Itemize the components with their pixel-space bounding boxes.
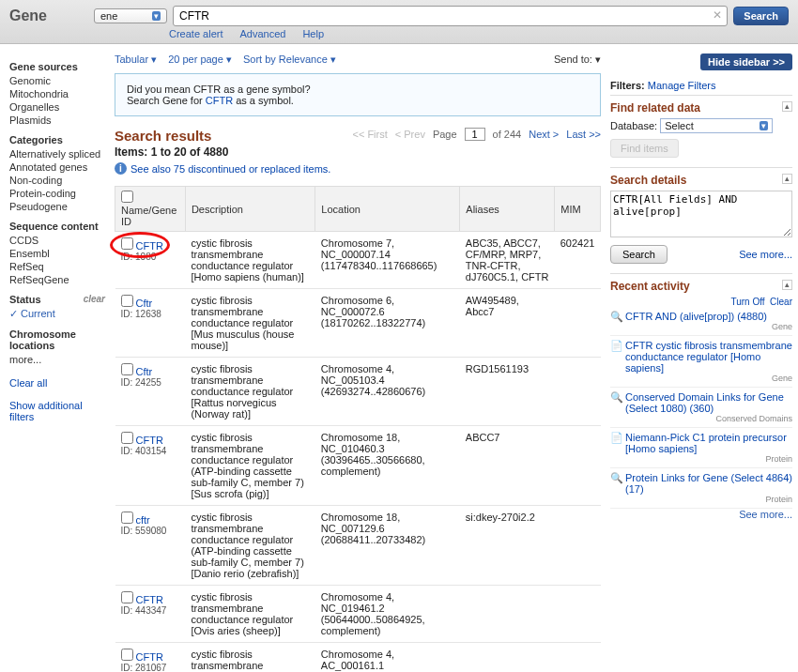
page-input[interactable] <box>465 128 485 141</box>
gene-link[interactable]: Cftr <box>136 366 153 377</box>
row-checkbox[interactable] <box>121 363 133 375</box>
facet-item-current[interactable]: ✓ Current <box>9 307 105 321</box>
clear-icon[interactable]: ✕ <box>713 8 722 22</box>
select-all-checkbox[interactable] <box>121 191 133 203</box>
recent-link[interactable]: CFTR AND (alive[prop]) (4880) <box>625 311 767 322</box>
facet-sidebar: Gene sources GenomicMitochondriaOrganell… <box>0 44 111 672</box>
facet-item[interactable]: Genomic <box>9 74 105 87</box>
facet-item[interactable]: Alternatively spliced <box>9 147 105 160</box>
cell-desc: cystic fibrosis transmembrane conductanc… <box>185 289 315 358</box>
pager: << First < Prev Page of 244 Next > Last … <box>352 128 601 141</box>
advanced-link[interactable]: Advanced <box>239 28 285 39</box>
clear-link[interactable]: Clear <box>770 297 792 307</box>
facet-item[interactable]: Ensembl <box>9 247 105 260</box>
pager-last[interactable]: Last >> <box>566 129 601 140</box>
related-db-select[interactable]: Select▾ <box>660 118 773 133</box>
row-checkbox[interactable] <box>121 649 133 661</box>
table-row: cftrID: 559080cystic fibrosis transmembr… <box>115 506 601 586</box>
row-checkbox[interactable] <box>121 432 133 444</box>
gene-link[interactable]: Cftr <box>136 298 153 309</box>
table-row: CftrID: 24255cystic fibrosis transmembra… <box>115 358 601 426</box>
row-checkbox[interactable] <box>121 512 133 524</box>
gene-link[interactable]: cftr <box>136 514 150 526</box>
recent-item[interactable]: 📄Niemann-Pick C1 protein precursor [Homo… <box>610 428 792 468</box>
recent-source: Protein <box>625 454 792 464</box>
cell-alias: si:dkey-270i2.2 <box>460 506 555 586</box>
search-details-textarea[interactable]: CFTR[All Fields] AND alive[prop] <box>610 191 792 237</box>
sort-by[interactable]: Sort by Relevance ▾ <box>243 53 336 66</box>
recent-heading: Recent activity <box>610 280 792 293</box>
facet-item[interactable]: RefSeqGene <box>9 273 105 286</box>
facet-more[interactable]: more... <box>9 353 105 366</box>
facet-item[interactable]: Annotated genes <box>9 160 105 174</box>
recent-link[interactable]: Niemann-Pick C1 protein precursor [Homo … <box>625 432 787 454</box>
recent-link[interactable]: Conserved Domain Links for Gene (Select … <box>625 391 784 414</box>
recent-item[interactable]: 🔍Protein Links for Gene (Select 4864) (1… <box>610 468 792 509</box>
row-checkbox[interactable] <box>121 237 133 250</box>
cell-loc: Chromosome 4, NC_005103.4 (42693274..428… <box>315 358 460 426</box>
search-input[interactable] <box>173 6 728 26</box>
gene-id: ID: 281067 <box>121 663 180 672</box>
facet-heading: Categories <box>9 134 105 145</box>
facet-item[interactable]: Mitochondria <box>9 87 105 100</box>
facet-item[interactable]: CCDS <box>9 234 105 247</box>
facet-item[interactable]: Pseudogene <box>9 200 105 213</box>
recent-link[interactable]: CFTR cystic fibrosis transmembrane condu… <box>625 340 792 374</box>
col-alias[interactable]: Aliases <box>460 187 555 232</box>
see-more-link[interactable]: See more... <box>739 249 792 260</box>
collapse-icon[interactable]: ▴ <box>782 280 792 290</box>
table-row: CFTRID: 1080cystic fibrosis transmembran… <box>115 232 601 289</box>
see-more-link[interactable]: See more... <box>739 509 792 520</box>
facet-item[interactable]: Organelles <box>9 100 105 114</box>
create-alert-link[interactable]: Create alert <box>169 28 223 39</box>
col-mim[interactable]: MIM <box>555 187 601 232</box>
recent-item[interactable]: 🔍CFTR AND (alive[prop]) (4880)Gene <box>610 307 792 336</box>
row-checkbox[interactable] <box>121 591 133 603</box>
cell-desc: cystic fibrosis transmembrane conductanc… <box>185 358 315 426</box>
turn-off-link[interactable]: Turn Off <box>730 297 764 307</box>
facet-item[interactable]: RefSeq <box>9 260 105 273</box>
gene-link[interactable]: CFTR <box>136 435 163 446</box>
help-link[interactable]: Help <box>302 28 324 39</box>
row-checkbox[interactable] <box>121 295 133 307</box>
cell-desc: cystic fibrosis transmembrane conductanc… <box>185 643 315 673</box>
recent-source: Conserved Domains <box>625 414 792 423</box>
see-also-link[interactable]: See also 75 discontinued or replaced ite… <box>130 163 330 175</box>
cell-loc: Chromosome 18, NC_010460.3 (30396465..30… <box>315 426 460 506</box>
gene-id: ID: 1080 <box>121 252 180 262</box>
cell-desc: cystic fibrosis transmembrane conductanc… <box>185 506 315 586</box>
search-button[interactable]: Search <box>733 7 789 25</box>
details-search-button[interactable]: Search <box>610 245 668 264</box>
related-heading: Find related data <box>610 101 792 115</box>
collapse-icon[interactable]: ▴ <box>782 174 792 184</box>
clear-status[interactable]: clear <box>84 294 105 304</box>
recent-item[interactable]: 🔍Conserved Domain Links for Gene (Select… <box>610 388 792 428</box>
manage-filters-link[interactable]: Manage Filters <box>648 80 716 91</box>
clear-all-link[interactable]: Clear all <box>9 377 47 389</box>
recent-link[interactable]: Protein Links for Gene (Select 4864) (17… <box>625 472 792 495</box>
facet-item[interactable]: Plasmids <box>9 114 105 127</box>
recent-icon: 📄 <box>610 340 622 383</box>
show-additional-filters[interactable]: Show additional filters <box>9 400 83 422</box>
gene-id: ID: 443347 <box>121 605 180 616</box>
database-select[interactable]: ene▾ <box>94 8 167 23</box>
display-format[interactable]: Tabular ▾ <box>115 53 157 66</box>
per-page[interactable]: 20 per page ▾ <box>168 53 232 66</box>
logo-title: Gene <box>9 8 88 24</box>
gene-link[interactable]: CFTR <box>136 240 163 252</box>
send-to[interactable]: Send to: ▾ <box>554 53 601 66</box>
facet-item[interactable]: Non-coding <box>9 174 105 187</box>
col-desc[interactable]: Description <box>185 187 315 232</box>
recent-item[interactable]: 📄CFTR cystic fibrosis transmembrane cond… <box>610 336 792 388</box>
cell-desc: cystic fibrosis transmembrane conductanc… <box>185 426 315 506</box>
pager-next[interactable]: Next > <box>529 129 559 140</box>
gene-link[interactable]: CFTR <box>136 651 163 663</box>
hide-sidebar-button[interactable]: Hide sidebar >> <box>700 53 792 70</box>
dym-link[interactable]: CFTR <box>206 95 233 106</box>
collapse-icon[interactable]: ▴ <box>782 101 792 112</box>
gene-id: ID: 24255 <box>121 377 180 388</box>
gene-link[interactable]: CFTR <box>136 594 163 605</box>
col-name[interactable]: Name/Gene ID <box>115 187 186 232</box>
col-loc[interactable]: Location <box>315 187 460 232</box>
facet-item[interactable]: Protein-coding <box>9 187 105 200</box>
